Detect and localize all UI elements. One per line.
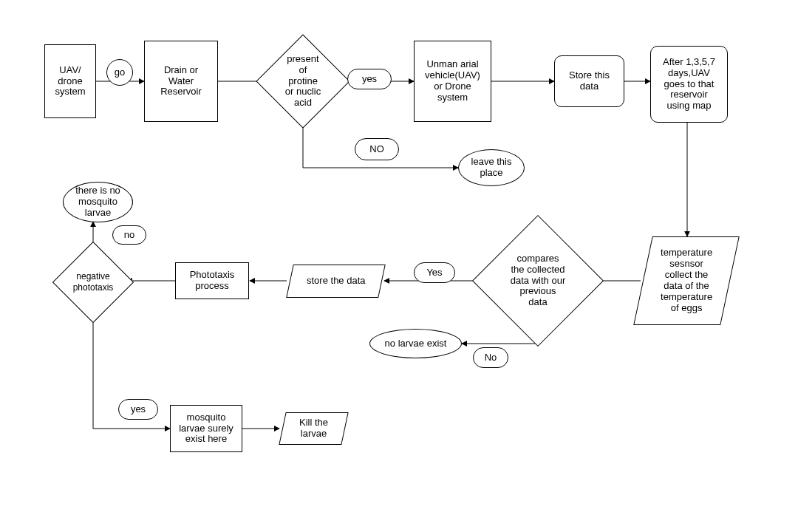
label: negativephototaxis — [73, 271, 114, 293]
node-no-larvae-exist: no larvae exist — [369, 329, 462, 358]
label: NO — [369, 144, 384, 155]
node-store-data-2: store the data — [286, 265, 386, 298]
label: no — [124, 230, 134, 241]
node-no-mosquito-larvae: there is nomosquitolarvae — [63, 182, 133, 222]
node-uav-drone-2: Unman arialvehicle(UAV)or Dronesystem — [414, 41, 491, 122]
label: Drain orWaterReservoir — [160, 65, 202, 98]
label-no-1: NO — [355, 138, 399, 160]
label: Yes — [426, 267, 442, 279]
label: After 1,3,5,7days,UAVgoes to thatreservo… — [663, 57, 715, 112]
label: yes — [131, 404, 146, 415]
label: Unman arialvehicle(UAV)or Dronesystem — [425, 59, 480, 103]
label-yes-3: yes — [118, 399, 158, 420]
node-drain-reservoir: Drain orWaterReservoir — [144, 41, 218, 122]
node-mosquito-exist: mosquitolarvae surelyexist here — [170, 405, 242, 452]
flowchart-canvas: UAV/dronesystem go Drain orWaterReservoi… — [0, 0, 798, 532]
label-go: go — [106, 59, 133, 86]
label: comparesthe collecteddata with ourprevio… — [511, 253, 565, 308]
decision-negative-phototaxis: negativephototaxis — [64, 253, 122, 311]
decision-protein-nucleic: presentofprotineor nuclicacid — [270, 48, 336, 115]
label: no larvae exist — [385, 338, 447, 349]
label: store the data — [307, 276, 366, 287]
node-phototaxis-process: Phototaxisprocess — [175, 262, 249, 299]
node-leave-place: leave thisplace — [458, 149, 525, 186]
node-uav-drone-system: UAV/dronesystem — [44, 44, 96, 118]
label-yes-2: Yes — [414, 262, 455, 283]
node-kill-larvae: Kill thelarvae — [279, 412, 348, 445]
label-no-2: No — [473, 347, 508, 368]
label: Kill thelarvae — [299, 417, 328, 440]
label-no-3: no — [112, 225, 146, 245]
node-temperature-sensor: temperaturesesnsorcollect thedata of the… — [633, 236, 740, 325]
decision-compare-data: comparesthe collecteddata with ourprevio… — [491, 234, 584, 327]
label: Phototaxisprocess — [190, 270, 235, 292]
node-schedule-revisit: After 1,3,5,7days,UAVgoes to thatreservo… — [650, 46, 728, 123]
label: go — [115, 67, 125, 78]
label: Store thisdata — [569, 70, 610, 92]
label: presentofprotineor nuclicacid — [285, 53, 321, 109]
label: leave thisplace — [471, 157, 512, 179]
label: temperaturesesnsorcollect thedata of the… — [661, 248, 712, 314]
label: there is nomosquitolarvae — [75, 185, 120, 219]
label: yes — [362, 74, 377, 85]
label: UAV/dronesystem — [55, 65, 85, 98]
label: mosquitolarvae surelyexist here — [179, 412, 233, 446]
node-store-data-1: Store thisdata — [554, 55, 624, 107]
label: No — [485, 352, 497, 364]
label-yes-1: yes — [347, 69, 392, 89]
